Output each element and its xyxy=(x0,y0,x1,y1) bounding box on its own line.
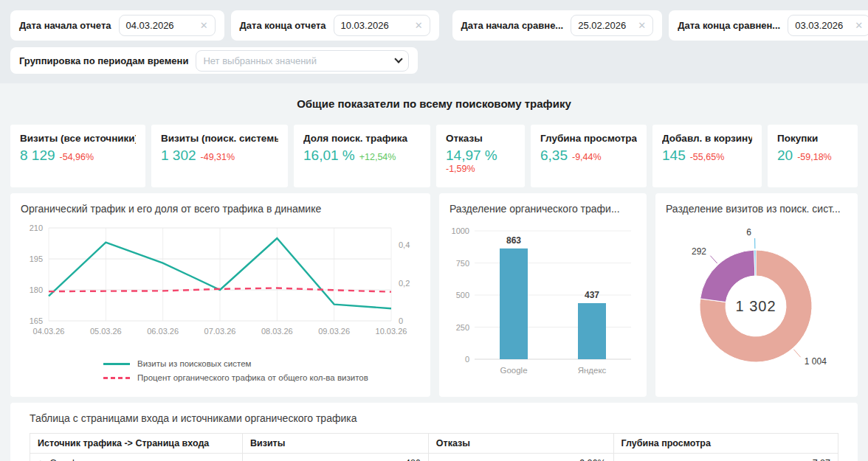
date-value: 04.03.2026 xyxy=(126,20,174,31)
kpi-title: Добавл. в корзину xyxy=(662,133,752,144)
filter-grouping: Группировка по периодам времени Нет выбр… xyxy=(10,47,418,74)
report-start-date-input[interactable]: 04.03.2026 ✕ xyxy=(119,15,216,36)
kpi-change: -1,59% xyxy=(446,164,475,174)
kpi-title: Отказы xyxy=(446,133,515,144)
chart-title: Разделение визитов из поиск. сист... xyxy=(666,203,847,215)
kpi-change: -55,65% xyxy=(690,152,725,162)
svg-text:07.03.26: 07.03.26 xyxy=(204,327,236,336)
svg-text:05.03.26: 05.03.26 xyxy=(90,327,122,336)
svg-text:0: 0 xyxy=(465,355,469,364)
svg-text:10.03.26: 10.03.26 xyxy=(376,327,407,336)
column-header-depth: Глубина просмотра xyxy=(613,434,838,454)
kpi-card-bounces: Отказы 14,97 %-1,59% xyxy=(436,125,525,187)
date-value: 03.03.2026 xyxy=(795,20,843,31)
source-name: Google xyxy=(49,458,79,461)
kpi-card-visits-search: Визиты (поиск. системы) 1 302-49,31% xyxy=(151,125,288,187)
dashed-line-swatch xyxy=(103,377,130,379)
filter-label: Дата начала сравне... xyxy=(461,20,564,31)
filter-bar: Дата начала отчета 04.03.2026 ✕ Дата кон… xyxy=(0,0,868,83)
entry-pages-table-panel: Таблица с страницами входа и источниками… xyxy=(10,403,858,461)
svg-text:165: 165 xyxy=(30,316,43,325)
kpi-card-purchases: Покупки 20-59,18% xyxy=(768,125,858,187)
chart-title: Органический трафик и его доля от всего … xyxy=(21,203,420,215)
svg-text:0: 0 xyxy=(399,316,403,325)
kpi-value: 20 xyxy=(777,148,793,164)
kpi-change: -9,44% xyxy=(572,152,602,162)
svg-text:6: 6 xyxy=(746,227,751,238)
chart-title: Разделение органического трафи... xyxy=(450,203,636,215)
select-placeholder: Нет выбранных значений xyxy=(203,55,317,66)
filter-report-start-date: Дата начала отчета 04.03.2026 ✕ xyxy=(10,10,224,41)
svg-text:Яндекс: Яндекс xyxy=(578,366,607,375)
legend-item[interactable]: Процент органического трафика от общего … xyxy=(103,373,420,382)
expand-row-button[interactable]: + xyxy=(38,458,43,461)
kpi-change: -54,96% xyxy=(60,152,94,162)
svg-text:863: 863 xyxy=(506,235,521,246)
filter-compare-start-date: Дата начала сравне... 25.02.2026 ✕ xyxy=(452,10,663,41)
svg-text:500: 500 xyxy=(456,291,469,299)
column-header-bounce: Отказы xyxy=(428,434,613,454)
filter-row-dates: Дата начала отчета 04.03.2026 ✕ Дата кон… xyxy=(10,10,858,41)
kpi-value: 145 xyxy=(662,148,686,164)
line-chart: 04.03.2605.03.2606.03.2607.03.2608.03.26… xyxy=(21,219,420,358)
svg-text:180: 180 xyxy=(30,285,43,294)
clear-icon[interactable]: ✕ xyxy=(638,21,646,30)
svg-text:250: 250 xyxy=(456,323,469,332)
clear-icon[interactable]: ✕ xyxy=(200,21,208,30)
compare-start-date-input[interactable]: 25.02.2026 ✕ xyxy=(571,15,653,36)
charts-row: Органический трафик и его доля от всего … xyxy=(10,193,858,397)
svg-text:08.03.26: 08.03.26 xyxy=(261,327,293,336)
svg-text:06.03.26: 06.03.26 xyxy=(147,327,179,336)
organic-traffic-line-chart-panel: Органический трафик и его доля от всего … xyxy=(10,193,430,397)
report-end-date-input[interactable]: 10.03.2026 ✕ xyxy=(334,15,430,36)
kpi-card-add-to-cart: Добавл. в корзину 145-55,65% xyxy=(652,125,762,187)
compare-end-date-input[interactable]: 03.03.2026 ✕ xyxy=(788,15,868,36)
filter-label: Группировка по периодам времени xyxy=(19,55,188,66)
grouping-select[interactable]: Нет выбранных значений xyxy=(196,50,409,72)
filter-label: Дата конца сравнен... xyxy=(678,20,780,31)
kpi-value: 14,97 % xyxy=(446,148,497,164)
kpi-change: -49,31% xyxy=(201,152,235,162)
kpi-change: +12,54% xyxy=(359,152,396,162)
kpi-value: 1 302 xyxy=(161,148,196,164)
table-row[interactable]: +Google 486 9,26% 7,87 xyxy=(30,454,838,461)
svg-text:0,2: 0,2 xyxy=(399,279,410,288)
filter-label: Дата конца отчета xyxy=(240,20,326,31)
kpi-row: Визиты (все источники) 8 129-54,96% Визи… xyxy=(10,125,858,187)
svg-text:04.03.26: 04.03.26 xyxy=(33,327,65,336)
chevron-down-icon[interactable] xyxy=(395,55,403,63)
search-visits-donut-chart-panel: Разделение визитов из поиск. сист... 1 0… xyxy=(655,193,858,397)
svg-text:1 004: 1 004 xyxy=(805,356,827,367)
svg-text:0,4: 0,4 xyxy=(399,240,410,249)
svg-text:Google: Google xyxy=(500,366,527,375)
bar-chart: 02505007501000863Google437Яндекс xyxy=(450,219,636,386)
svg-text:210: 210 xyxy=(30,223,43,232)
entry-pages-table: Источник трафика -> Страница входа Визит… xyxy=(30,433,838,461)
date-value: 25.02.2026 xyxy=(578,20,626,31)
svg-text:750: 750 xyxy=(456,259,469,268)
solid-line-swatch xyxy=(103,363,130,365)
svg-text:09.03.26: 09.03.26 xyxy=(318,327,350,336)
organic-split-bar-chart-panel: Разделение органического трафи... 025050… xyxy=(439,193,647,397)
filter-report-end-date: Дата конца отчета 10.03.2026 ✕ xyxy=(231,10,439,41)
legend-label: Визиты из поисковых систем xyxy=(137,359,251,368)
kpi-card-search-share: Доля поиск. трафика 16,01 %+12,54% xyxy=(294,125,430,187)
filter-label: Дата начала отчета xyxy=(19,20,111,31)
kpi-value: 6,35 xyxy=(540,148,568,164)
kpi-title: Доля поиск. трафика xyxy=(303,133,421,144)
filter-row-grouping: Группировка по периодам времени Нет выбр… xyxy=(10,47,858,74)
legend-item[interactable]: Визиты из поисковых систем xyxy=(103,359,420,368)
filter-compare-end-date: Дата конца сравнен... 03.03.2026 ✕ xyxy=(669,10,868,41)
clear-icon[interactable]: ✕ xyxy=(855,21,863,30)
svg-text:195: 195 xyxy=(30,254,43,263)
column-header-source: Источник трафика -> Страница входа xyxy=(30,434,243,454)
column-header-visits: Визиты xyxy=(242,434,428,454)
kpi-title: Глубина просмотра xyxy=(540,133,637,144)
source-cell: +Google xyxy=(30,454,243,461)
page-title: Общие показатели по всему поисковому тра… xyxy=(0,83,868,125)
kpi-value: 8 129 xyxy=(20,148,55,164)
kpi-change: -59,18% xyxy=(797,152,832,162)
bounce-cell: 9,26% xyxy=(428,454,613,461)
clear-icon[interactable]: ✕ xyxy=(415,21,423,30)
svg-text:292: 292 xyxy=(692,246,706,257)
